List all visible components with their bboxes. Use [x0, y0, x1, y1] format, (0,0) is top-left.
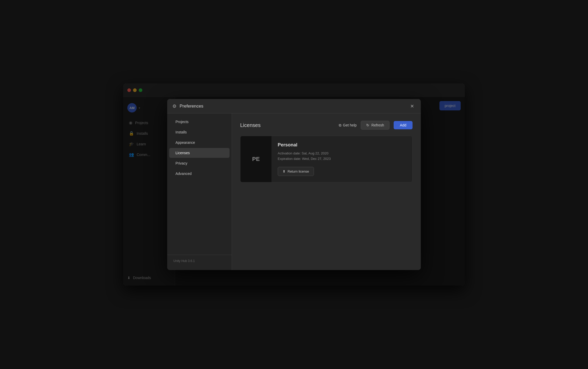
license-info: Personal Activation date: Sat, Aug 22, 2… — [271, 136, 412, 182]
dialog-sidebar: Projects Installs Appearance Licenses Pr… — [167, 113, 232, 270]
gear-icon: ⚙ — [172, 103, 177, 109]
expiration-date: Expiration date: Wed, Dec 27, 2023 — [278, 156, 406, 162]
app-window: AM ▾ ◉ Projects 🔒 Installs 🎓 Learn 👥 Com… — [123, 83, 465, 286]
content-header: Licenses ⧉ Get help ↻ Refresh Add — [240, 121, 413, 130]
external-link-icon: ⧉ — [339, 123, 341, 127]
preferences-dialog: ⚙ Preferences ✕ Projects Installs Appear… — [167, 99, 421, 270]
license-name: Personal — [278, 142, 406, 148]
license-logo: PE — [240, 136, 271, 182]
dialog-version: Unity Hub 3.6.1 — [167, 255, 232, 267]
nav-item-installs[interactable]: Installs — [169, 127, 230, 137]
dialog-titlebar: ⚙ Preferences ✕ — [167, 99, 421, 113]
activation-date: Activation date: Sat, Aug 22, 2020 — [278, 151, 406, 156]
content-title: Licenses — [240, 122, 335, 128]
refresh-button[interactable]: ↻ Refresh — [361, 121, 389, 130]
license-card: PE Personal Activation date: Sat, Aug 22… — [240, 136, 413, 182]
refresh-label: Refresh — [371, 123, 384, 127]
dialog-content-area: Licenses ⧉ Get help ↻ Refresh Add — [232, 113, 421, 270]
nav-item-projects[interactable]: Projects — [169, 117, 230, 127]
dialog-overlay: ⚙ Preferences ✕ Projects Installs Appear… — [123, 83, 465, 286]
return-license-label: Return license — [288, 169, 309, 173]
dialog-body: Projects Installs Appearance Licenses Pr… — [167, 113, 421, 270]
dialog-title: Preferences — [180, 104, 405, 109]
get-help-link[interactable]: ⧉ Get help — [339, 123, 357, 127]
upload-icon: ⬆ — [283, 169, 285, 173]
nav-item-licenses[interactable]: Licenses — [169, 148, 230, 158]
nav-item-appearance[interactable]: Appearance — [169, 138, 230, 147]
license-dates: Activation date: Sat, Aug 22, 2020 Expir… — [278, 151, 406, 162]
dialog-close-button[interactable]: ✕ — [408, 103, 416, 110]
add-button[interactable]: Add — [394, 121, 413, 129]
nav-item-privacy[interactable]: Privacy — [169, 158, 230, 168]
return-license-button[interactable]: ⬆ Return license — [278, 167, 314, 176]
get-help-label: Get help — [343, 123, 357, 127]
nav-item-advanced[interactable]: Advanced — [169, 169, 230, 179]
refresh-icon: ↻ — [366, 123, 369, 127]
